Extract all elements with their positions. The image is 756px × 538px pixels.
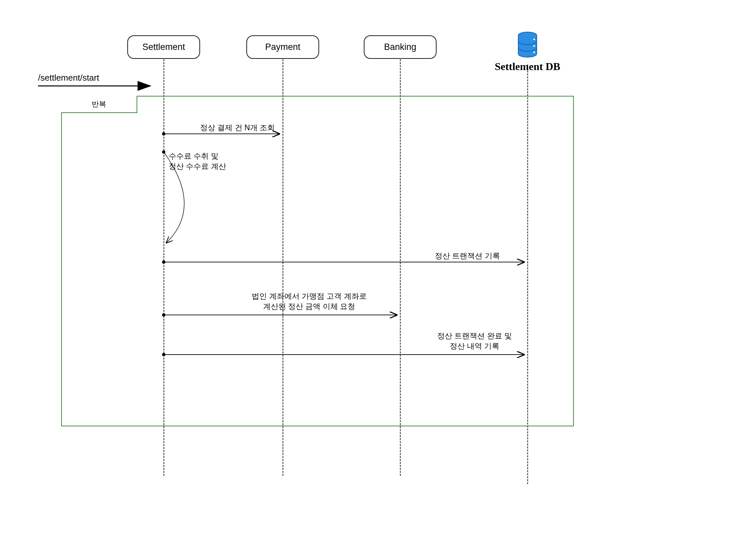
database-icon [517,31,538,59]
svg-point-2 [533,45,535,47]
svg-point-3 [533,52,535,53]
msg-label-transfer-request: 법인 계좌에서 가맹점 고객 계좌로 계산된 정산 금액 이체 요청 [223,291,395,312]
msg-label-complete-record: 정산 트랜잭션 완료 및 정산 내역 기록 [422,331,528,351]
participant-payment: Payment [246,35,319,59]
db-label: Settlement DB [488,61,567,73]
participant-settlement: Settlement [127,35,200,59]
participant-banking: Banking [364,35,436,59]
msg-label-record-tx: 정산 트랜잭션 기록 [435,251,500,261]
loop-fragment-label: 반복 [61,96,137,113]
sequence-diagram: Settlement Payment Banking Settlement DB… [38,31,716,494]
trigger-label: /settlement/start [38,73,99,83]
svg-point-1 [533,39,535,40]
msg-label-query-payments: 정상 결제 건 N개 조회 [200,123,275,133]
msg-label-calc-fee: 수수료 수취 및 정산 수수료 계산 [169,151,226,172]
